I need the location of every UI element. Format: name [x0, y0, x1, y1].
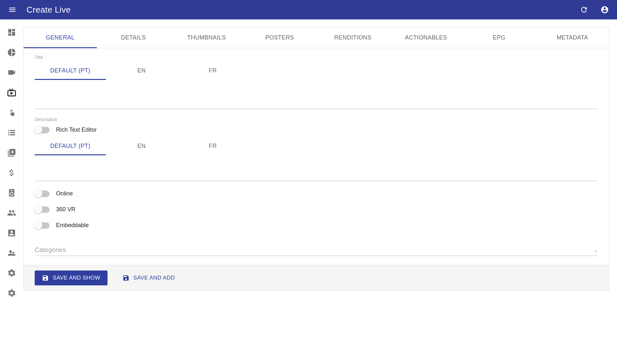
settings-icon	[7, 269, 16, 278]
videocam-icon	[7, 68, 16, 77]
desc-tab-fr[interactable]: FR	[177, 137, 248, 155]
speaker-icon	[7, 188, 16, 197]
description-input[interactable]	[35, 157, 598, 181]
dollar-icon	[7, 168, 16, 177]
nav-devices[interactable]	[5, 188, 18, 198]
toggle-embeddable-label: Embeddable	[56, 222, 89, 229]
save-and-add-label: SAVE AND ADD	[133, 275, 175, 281]
title-tab-fr[interactable]: FR	[177, 61, 248, 80]
list-icon	[7, 128, 16, 137]
touch-icon	[7, 108, 16, 117]
nav-live[interactable]	[5, 87, 18, 98]
account-box-icon	[7, 228, 16, 237]
video-library-icon	[7, 148, 16, 157]
pie-chart-icon	[7, 48, 16, 57]
group-icon	[7, 208, 16, 217]
tab-general[interactable]: GENERAL	[24, 28, 97, 48]
nav-rail	[0, 19, 23, 364]
title-lang-tabs: DEFAULT (PT) EN FR	[35, 61, 598, 80]
categories-select[interactable]: Categories	[35, 246, 598, 256]
toggle-rich-text-label: Rich Text Editor	[56, 127, 97, 133]
toggle-online[interactable]	[35, 191, 50, 197]
app-title: Create Live	[27, 5, 71, 15]
nav-analytics[interactable]	[5, 47, 18, 58]
title-tab-en[interactable]: EN	[106, 61, 177, 80]
tab-renditions[interactable]: RENDITIONS	[316, 28, 390, 48]
menu-icon[interactable]	[6, 3, 19, 16]
save-and-show-label: SAVE AND SHOW	[53, 275, 100, 281]
toggle-embeddable[interactable]	[35, 222, 50, 229]
desc-tab-default[interactable]: DEFAULT (PT)	[35, 137, 106, 155]
nav-team[interactable]	[5, 248, 18, 258]
nav-list[interactable]	[5, 127, 18, 138]
nav-settings-2[interactable]	[5, 288, 18, 298]
nav-monetization[interactable]	[5, 168, 18, 178]
nav-settings[interactable]	[5, 268, 18, 278]
desc-tab-en[interactable]: EN	[106, 137, 177, 155]
toggle-rich-text[interactable]	[35, 127, 50, 133]
refresh-icon[interactable]	[577, 3, 590, 16]
settings-icon	[7, 289, 16, 298]
tab-metadata[interactable]: METADATA	[536, 28, 609, 48]
nav-account[interactable]	[5, 228, 18, 238]
nav-dashboard[interactable]	[5, 27, 18, 38]
dashboard-icon	[7, 28, 16, 37]
description-label: Description	[35, 117, 598, 122]
nav-library[interactable]	[5, 148, 18, 158]
title-input[interactable]	[35, 82, 598, 109]
tab-thumbnails[interactable]: THUMBNAILS	[170, 28, 243, 48]
save-icon	[122, 274, 130, 281]
description-lang-tabs: DEFAULT (PT) EN FR	[35, 137, 598, 155]
save-and-show-button[interactable]: SAVE AND SHOW	[35, 270, 108, 285]
live-tv-icon	[7, 88, 16, 97]
tabs-main: GENERAL DETAILS THUMBNAILS POSTERS RENDI…	[24, 28, 609, 48]
toggle-online-label: Online	[56, 190, 73, 197]
account-icon[interactable]	[598, 3, 611, 16]
save-and-add-button[interactable]: SAVE AND ADD	[115, 270, 182, 285]
title-label: Title	[35, 55, 598, 60]
tab-epg[interactable]: EPG	[463, 28, 536, 48]
tab-posters[interactable]: POSTERS	[243, 28, 316, 48]
nav-users[interactable]	[5, 208, 18, 218]
categories-placeholder: Categories	[35, 246, 66, 254]
toggle-360vr-label: 360 VR	[56, 206, 75, 213]
toggle-360vr[interactable]	[35, 206, 50, 213]
supervised-user-icon	[7, 248, 16, 258]
main-content: GENERAL DETAILS THUMBNAILS POSTERS RENDI…	[23, 19, 617, 364]
card: GENERAL DETAILS THUMBNAILS POSTERS RENDI…	[23, 27, 609, 291]
nav-interactive[interactable]	[5, 107, 18, 118]
tab-actionables[interactable]: ACTIONABLES	[389, 28, 463, 48]
chevron-down-icon	[593, 249, 598, 254]
card-footer: SAVE AND SHOW SAVE AND ADD	[24, 265, 609, 291]
app-bar: Create Live	[0, 0, 617, 19]
title-tab-default[interactable]: DEFAULT (PT)	[35, 61, 106, 80]
nav-video[interactable]	[5, 67, 18, 78]
save-icon	[42, 274, 49, 281]
tab-details[interactable]: DETAILS	[97, 28, 170, 48]
